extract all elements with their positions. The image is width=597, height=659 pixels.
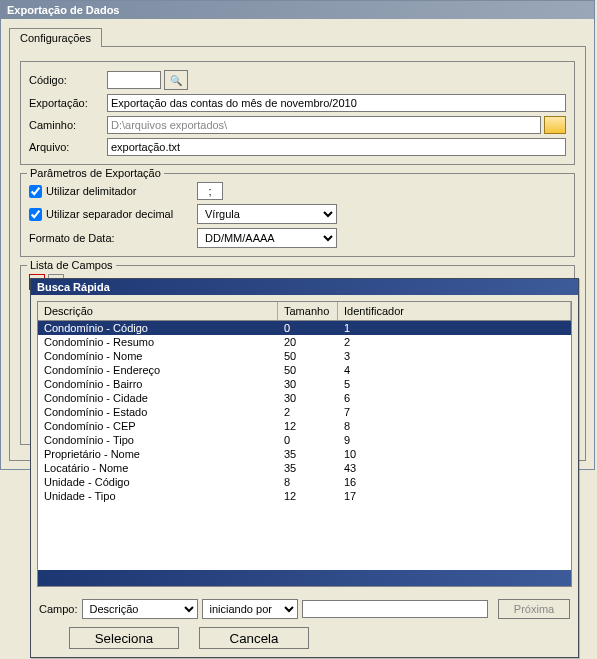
cell-id: 43 [338, 461, 571, 475]
table-row[interactable]: Condomínio - CEP128 [38, 419, 571, 433]
grid-body[interactable]: Condomínio - Código01Condomínio - Resumo… [38, 321, 571, 570]
cell-desc: Proprietário - Nome [38, 447, 278, 461]
table-row[interactable]: Condomínio - Estado27 [38, 405, 571, 419]
use-decimal-label[interactable]: Utilizar separador decimal [29, 208, 197, 221]
table-row[interactable]: Condomínio - Nome503 [38, 349, 571, 363]
dialog-buttons: Seleciona Cancela [31, 623, 578, 657]
cell-id: 16 [338, 475, 571, 489]
cell-id: 4 [338, 363, 571, 377]
use-delimiter-checkbox[interactable] [29, 185, 42, 198]
cell-desc: Condomínio - Cidade [38, 391, 278, 405]
cell-tam: 30 [278, 377, 338, 391]
cell-tam: 20 [278, 335, 338, 349]
path-label: Caminho: [29, 119, 107, 131]
cell-id: 2 [338, 335, 571, 349]
cell-id: 6 [338, 391, 571, 405]
use-delimiter-text: Utilizar delimitador [46, 185, 136, 197]
table-row[interactable]: Unidade - Tipo1217 [38, 489, 571, 503]
cell-tam: 50 [278, 363, 338, 377]
use-decimal-text: Utilizar separador decimal [46, 208, 173, 220]
cell-desc: Condomínio - Tipo [38, 433, 278, 447]
cell-id: 8 [338, 419, 571, 433]
table-row[interactable]: Condomínio - Endereço504 [38, 363, 571, 377]
decimal-select[interactable]: Vírgula [197, 204, 337, 224]
select-button[interactable]: Seleciona [69, 627, 179, 649]
grid-footer-bar [38, 570, 571, 586]
table-row[interactable]: Condomínio - Código01 [38, 321, 571, 335]
delimiter-input[interactable] [197, 182, 223, 200]
binoculars-icon: 🔍 [170, 75, 182, 86]
table-row[interactable]: Condomínio - Tipo09 [38, 433, 571, 447]
export-label: Exportação: [29, 97, 107, 109]
cell-tam: 50 [278, 349, 338, 363]
cell-desc: Condomínio - CEP [38, 419, 278, 433]
cell-desc: Condomínio - Endereço [38, 363, 278, 377]
match-select[interactable]: iniciando por [202, 599, 298, 619]
search-row: Campo: Descrição iniciando por Próxima [31, 593, 578, 623]
code-label: Código: [29, 74, 107, 86]
quick-search-dialog: Busca Rápida Descrição Tamanho Identific… [30, 278, 579, 658]
file-input[interactable] [107, 138, 566, 156]
results-grid: Descrição Tamanho Identificador Condomín… [37, 301, 572, 587]
search-input[interactable] [302, 600, 488, 618]
fields-legend: Lista de Campos [27, 259, 116, 271]
cell-tam: 30 [278, 391, 338, 405]
window-title: Exportação de Dados [1, 1, 594, 19]
params-legend: Parâmetros de Exportação [27, 167, 164, 179]
cell-desc: Condomínio - Resumo [38, 335, 278, 349]
cell-tam: 35 [278, 447, 338, 461]
table-row[interactable]: Condomínio - Bairro305 [38, 377, 571, 391]
cell-id: 17 [338, 489, 571, 503]
use-decimal-checkbox[interactable] [29, 208, 42, 221]
date-format-select[interactable]: DD/MM/AAAA [197, 228, 337, 248]
cell-desc: Condomínio - Bairro [38, 377, 278, 391]
cell-tam: 8 [278, 475, 338, 489]
cell-id: 5 [338, 377, 571, 391]
date-format-label: Formato de Data: [29, 232, 197, 244]
use-delimiter-label[interactable]: Utilizar delimitador [29, 185, 197, 198]
params-fieldset: Parâmetros de Exportação Utilizar delimi… [20, 173, 575, 257]
cell-tam: 0 [278, 321, 338, 335]
table-row[interactable]: Unidade - Código816 [38, 475, 571, 489]
cell-desc: Locatário - Nome [38, 461, 278, 475]
lookup-button[interactable]: 🔍 [164, 70, 188, 90]
table-row[interactable]: Proprietário - Nome3510 [38, 447, 571, 461]
cell-desc: Condomínio - Código [38, 321, 278, 335]
export-input[interactable] [107, 94, 566, 112]
header-id[interactable]: Identificador [338, 302, 571, 320]
cell-desc: Condomínio - Estado [38, 405, 278, 419]
tabs: Configurações [1, 19, 594, 46]
table-row[interactable]: Condomínio - Resumo202 [38, 335, 571, 349]
cell-desc: Unidade - Código [38, 475, 278, 489]
cell-id: 7 [338, 405, 571, 419]
cell-desc: Condomínio - Nome [38, 349, 278, 363]
cell-id: 1 [338, 321, 571, 335]
campo-select[interactable]: Descrição [82, 599, 198, 619]
cell-tam: 12 [278, 489, 338, 503]
header-desc[interactable]: Descrição [38, 302, 278, 320]
cell-desc: Unidade - Tipo [38, 489, 278, 503]
header-tam[interactable]: Tamanho [278, 302, 338, 320]
file-label: Arquivo: [29, 141, 107, 153]
campo-label: Campo: [39, 603, 78, 615]
grid-headers: Descrição Tamanho Identificador [38, 302, 571, 321]
cell-tam: 35 [278, 461, 338, 475]
path-input[interactable] [107, 116, 541, 134]
cell-id: 9 [338, 433, 571, 447]
cell-tam: 0 [278, 433, 338, 447]
tab-config[interactable]: Configurações [9, 28, 102, 47]
next-button[interactable]: Próxima [498, 599, 570, 619]
code-input[interactable] [107, 71, 161, 89]
cell-tam: 12 [278, 419, 338, 433]
table-row[interactable]: Locatário - Nome3543 [38, 461, 571, 475]
browse-button[interactable] [544, 116, 566, 134]
cell-id: 10 [338, 447, 571, 461]
cell-id: 3 [338, 349, 571, 363]
dialog-title: Busca Rápida [31, 279, 578, 295]
table-row[interactable]: Condomínio - Cidade306 [38, 391, 571, 405]
cancel-button[interactable]: Cancela [199, 627, 309, 649]
basic-fieldset: Código: 🔍 Exportação: Caminho: Arquivo: [20, 61, 575, 165]
cell-tam: 2 [278, 405, 338, 419]
